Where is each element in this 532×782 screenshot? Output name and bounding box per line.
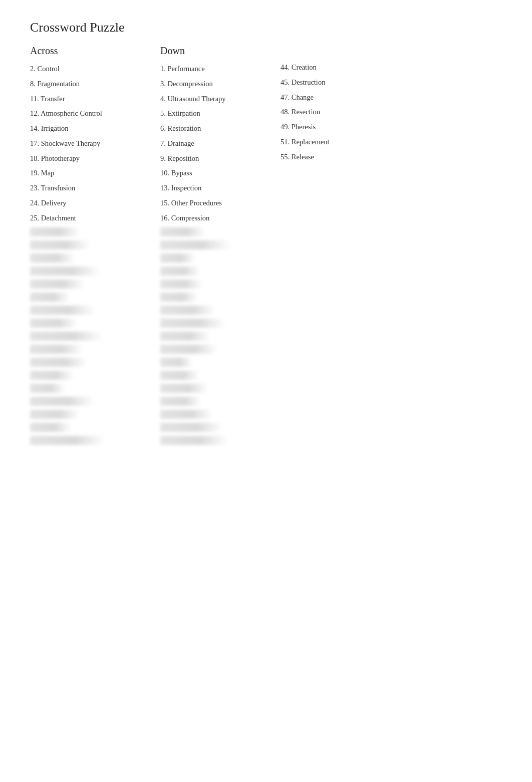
clue-d48: 48. Resection [281,107,371,118]
down1-blurred-9 [160,332,210,341]
down-header: Down [160,45,281,57]
clue-8: 8. Fragmentation [30,79,160,90]
down1-blurred-4 [160,267,200,276]
down1-blurred-13 [160,384,208,393]
clue-d7: 7. Drainage [160,138,281,149]
across-blurred-7 [30,306,95,315]
down1-blurred-14 [160,397,201,406]
clue-d1: 1. Performance [160,64,281,75]
across-blurred-4 [30,267,100,276]
clue-d13: 13. Inspection [160,183,281,194]
clue-d5: 5. Extirpation [160,108,281,119]
across-blurred-3 [30,253,75,263]
clue-17: 17. Shockwave Therapy [30,138,160,149]
clue-d55: 55. Release [281,152,371,163]
down1-blurred-15 [160,410,213,419]
clue-25: 25. Detachment [30,213,160,224]
clue-d51: 51. Replacement [281,137,371,148]
down1-blurred-7 [160,306,215,315]
across-blurred-16 [30,423,71,432]
across-blurred-10 [30,345,83,354]
clue-18: 18. Phototherapy [30,153,160,164]
clue-d49: 49. Pheresis [281,122,371,133]
across-blurred-5 [30,280,85,289]
down1-blurred-1 [160,227,205,236]
down1-blurred-8 [160,319,225,328]
down1-blurred-16 [160,423,223,432]
clue-d16: 16. Compression [160,213,281,224]
down1-blurred-6 [160,293,198,302]
clue-14: 14. Irrigation [30,123,160,134]
down1-blurred-12 [160,371,199,380]
clue-d4: 4. Ultrasound Therapy [160,94,281,105]
across-blurred-13 [30,384,65,393]
across-blurred-8 [30,319,78,328]
across-blurred-section [30,227,160,445]
across-blurred-15 [30,410,79,419]
down1-blurred-2 [160,240,230,249]
clue-12: 12. Atmospheric Control [30,108,160,119]
clue-d10: 10. Bypass [160,168,281,179]
across-blurred-9 [30,332,103,341]
across-blurred-17 [30,436,105,445]
clue-2: 2. Control [30,64,160,75]
down1-blurred-10 [160,345,218,354]
page-title: Crossword Puzzle [30,20,502,35]
clue-d44: 44. Creation [281,62,371,73]
clue-d47: 47. Change [281,92,371,103]
clue-d3: 3. Decompression [160,79,281,90]
clue-23: 23. Transfusion [30,183,160,194]
across-blurred-14 [30,397,94,406]
clue-d6: 6. Restoration [160,123,281,134]
across-blurred-1 [30,227,80,236]
clue-d9: 9. Reposition [160,153,281,164]
down1-blurred-17 [160,436,228,445]
clue-19: 19. Map [30,168,160,179]
down1-blurred-section [160,227,281,445]
across-column: Across 2. Control 8. Fragmentation 11. T… [30,45,160,449]
down-column-2: 44. Creation 45. Destruction 47. Change … [281,45,371,449]
clue-d15: 15. Other Procedures [160,198,281,209]
across-blurred-2 [30,240,90,249]
down1-blurred-11 [160,358,193,367]
across-blurred-11 [30,358,88,367]
clue-d45: 45. Destruction [281,77,371,88]
clue-11: 11. Transfer [30,94,160,105]
down1-blurred-3 [160,253,195,263]
clue-24: 24. Delivery [30,198,160,209]
down1-blurred-5 [160,280,203,289]
across-blurred-6 [30,293,70,302]
down-columns-wrapper: Down 1. Performance 3. Decompression 4. … [160,45,502,449]
down-column-1: Down 1. Performance 3. Decompression 4. … [160,45,281,449]
across-blurred-12 [30,371,74,380]
across-header: Across [30,45,160,57]
